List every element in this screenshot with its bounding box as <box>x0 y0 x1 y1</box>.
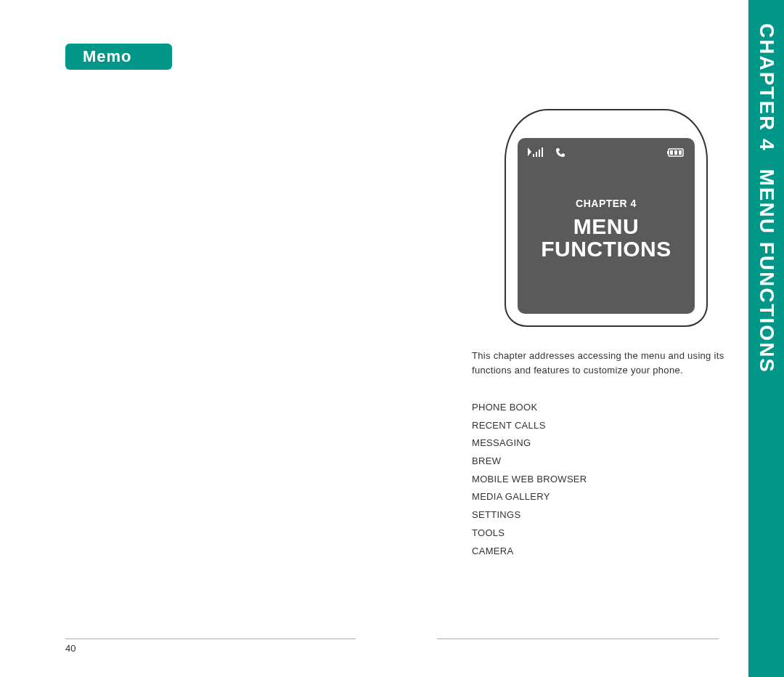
footer-divider-right <box>437 639 719 639</box>
status-bar <box>528 145 685 160</box>
left-page: Memo 40 <box>0 0 392 677</box>
svg-rect-8 <box>674 150 677 155</box>
list-item: MEDIA GALLERY <box>472 488 784 506</box>
svg-rect-9 <box>679 150 682 155</box>
screen-content: CHAPTER 4 MENU FUNCTIONS <box>528 166 685 307</box>
page-number: 40 <box>65 643 75 654</box>
svg-rect-6 <box>667 151 669 154</box>
battery-icon <box>667 148 685 157</box>
footer-divider-left <box>65 639 356 639</box>
svg-rect-2 <box>536 152 537 157</box>
list-item: MESSAGING <box>472 434 784 453</box>
list-item: PHONE BOOK <box>472 399 784 417</box>
menu-list: PHONE BOOK RECENT CALLS MESSAGING BREW M… <box>472 399 784 560</box>
signal-icon <box>528 147 552 158</box>
phone-active-icon <box>555 147 565 158</box>
side-tab-title: MENU FUNCTIONS <box>756 169 778 373</box>
chapter-side-tab: CHAPTER 4 MENU FUNCTIONS <box>748 0 784 677</box>
title-line-1: MENU <box>573 214 639 238</box>
list-item: MOBILE WEB BROWSER <box>472 471 784 489</box>
screen-chapter-label: CHAPTER 4 <box>576 198 637 209</box>
phone-screen: CHAPTER 4 MENU FUNCTIONS <box>518 138 695 314</box>
status-left-icons <box>528 147 565 158</box>
memo-header: Memo <box>65 44 172 70</box>
list-item: RECENT CALLS <box>472 417 784 435</box>
right-page: CHAPTER 4 MENU FUNCTIONS This chapter ad… <box>392 0 784 677</box>
svg-rect-4 <box>542 147 543 157</box>
side-tab-text: CHAPTER 4 MENU FUNCTIONS <box>755 23 778 373</box>
title-line-2: FUNCTIONS <box>541 237 671 261</box>
phone-outline: CHAPTER 4 MENU FUNCTIONS <box>505 109 708 327</box>
side-tab-chapter: CHAPTER 4 <box>756 23 778 152</box>
svg-rect-3 <box>539 150 540 157</box>
list-item: CAMERA <box>472 543 784 561</box>
list-item: SETTINGS <box>472 506 784 524</box>
svg-marker-0 <box>528 147 531 156</box>
list-item: TOOLS <box>472 524 784 543</box>
page-spread: Memo 40 <box>0 0 784 677</box>
chapter-description: This chapter addresses accessing the men… <box>472 349 762 377</box>
svg-rect-1 <box>533 154 534 157</box>
list-item: BREW <box>472 453 784 471</box>
screen-title: MENU FUNCTIONS <box>541 215 671 261</box>
svg-rect-7 <box>670 150 673 155</box>
